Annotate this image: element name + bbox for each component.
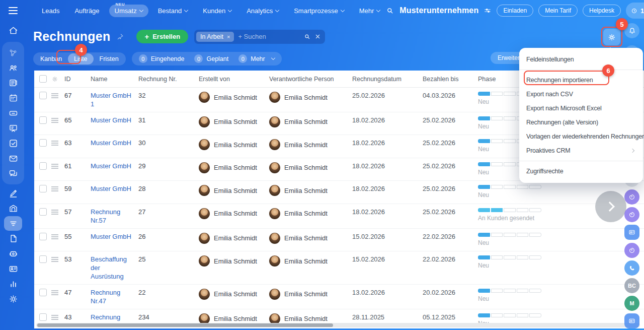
automation-robot-icon[interactable] <box>4 246 22 261</box>
company-switch-icon[interactable] <box>484 7 492 15</box>
row-checkbox[interactable] <box>39 185 47 192</box>
invoice-link[interactable]: Rechnung Nr.57 <box>91 208 132 225</box>
row-menu-icon[interactable] <box>51 257 58 258</box>
counter-eingehende[interactable]: 0Eingehende <box>135 53 189 64</box>
mail-icon[interactable] <box>4 151 22 166</box>
tab-fristen[interactable]: Fristen <box>94 53 125 64</box>
column-header[interactable]: Verantwortliche Person <box>269 76 352 83</box>
m-badge[interactable]: M <box>624 296 639 311</box>
invoice-link[interactable]: Rechnung Nr.47 <box>91 289 132 306</box>
topnav-item-umsatz[interactable]: NEUUmsatz <box>109 5 148 17</box>
company-name[interactable]: Musterunternehmen <box>399 6 478 15</box>
row-checkbox[interactable] <box>39 255 47 263</box>
invoice-link[interactable]: Muster GmbH <box>91 233 131 241</box>
column-header[interactable]: Bezahlen bis <box>423 76 478 83</box>
copilot-assistant-icon[interactable] <box>624 207 639 222</box>
my-plan-button[interactable]: Mein Tarif <box>538 5 578 17</box>
list-settings-gear-button[interactable] <box>603 29 620 45</box>
topnav-item-aufträge[interactable]: Aufträge <box>69 5 105 17</box>
settings-gear-icon[interactable] <box>4 292 22 306</box>
row-menu-icon[interactable] <box>51 234 58 235</box>
menu-item[interactable]: Export nach Microsoft Excel <box>519 101 643 115</box>
menu-item[interactable]: Rechnungen (alte Version) <box>519 115 643 129</box>
column-header[interactable]: Name <box>91 76 138 83</box>
invoice-link[interactable]: Beschaffung der Ausrüstung <box>91 255 132 281</box>
row-menu-icon[interactable] <box>51 164 58 165</box>
contact-card-icon[interactable] <box>4 261 22 276</box>
row-menu-icon[interactable] <box>51 290 58 291</box>
storage-icon[interactable] <box>4 201 22 216</box>
search-icon[interactable] <box>385 6 394 15</box>
worktime-widget[interactable]: 15:16 <box>626 3 644 19</box>
row-checkbox[interactable] <box>39 162 47 170</box>
row-menu-icon[interactable] <box>51 118 58 119</box>
table-row[interactable]: 59Muster GmbH28Emilia SchmidtEmilia Schm… <box>34 181 644 204</box>
filter-search-icon[interactable] <box>303 33 311 40</box>
create-button[interactable]: + Erstellen <box>136 30 188 43</box>
row-checkbox[interactable] <box>39 139 47 147</box>
row-menu-icon[interactable] <box>51 93 58 94</box>
topnav-item-leads[interactable]: Leads <box>36 5 65 17</box>
row-checkbox[interactable] <box>39 208 47 216</box>
filter-clear-icon[interactable] <box>314 33 321 40</box>
drive-icon[interactable] <box>4 106 22 120</box>
calendar-icon[interactable] <box>4 91 22 105</box>
topnav-item-kunden[interactable]: Kunden <box>197 5 237 17</box>
menu-item[interactable]: Zugriffsrechte <box>519 164 643 178</box>
newsfeed-icon[interactable] <box>4 76 22 90</box>
crm-funnel-icon[interactable] <box>4 216 22 231</box>
topnav-item-bestand[interactable]: Bestand <box>152 5 194 17</box>
row-menu-icon[interactable] <box>51 210 58 211</box>
home-icon[interactable] <box>4 23 22 38</box>
scrollbar-thumb[interactable] <box>37 323 333 327</box>
row-checkbox[interactable] <box>39 313 47 321</box>
table-settings-gear-icon[interactable] <box>51 76 64 83</box>
copilot-tools-icon[interactable] <box>624 243 639 258</box>
sign-pen-icon[interactable] <box>4 186 22 201</box>
menu-item[interactable]: Vorlagen der wiederkehrenden Rechnungen <box>519 129 643 144</box>
invoice-link[interactable]: Muster GmbH <box>91 116 131 125</box>
menu-item[interactable]: Proaktives CRM <box>519 144 643 158</box>
video-card-icon[interactable] <box>624 225 639 240</box>
table-row[interactable]: 57Rechnung Nr.5727Emilia SchmidtEmilia S… <box>34 204 644 229</box>
column-header[interactable]: Rechnungsdatum <box>352 76 423 83</box>
documents-icon[interactable] <box>4 231 22 246</box>
whiteboard-icon[interactable] <box>4 121 22 136</box>
bc-badge[interactable]: BC <box>624 278 639 293</box>
pin-title-icon[interactable] <box>116 33 124 41</box>
row-checkbox[interactable] <box>39 92 47 99</box>
topnav-item-analytics[interactable]: Analytics <box>241 5 284 17</box>
tasks-icon[interactable] <box>4 136 22 151</box>
notifications-bell-icon[interactable] <box>624 23 639 38</box>
contact-rail-icon[interactable] <box>624 313 639 328</box>
table-row[interactable]: 55Muster GmbH26Emilia SchmidtEmilia Schm… <box>34 229 644 252</box>
tab-liste[interactable]: Liste <box>68 53 93 64</box>
column-header[interactable]: ID <box>64 76 91 83</box>
horizontal-scrollbar[interactable] <box>36 323 640 327</box>
invite-button[interactable]: Einladen <box>497 5 533 17</box>
invoice-link[interactable]: Muster GmbH 1 <box>91 92 132 109</box>
filter-search-bar[interactable]: In Arbeit × + Suchen <box>194 30 325 44</box>
chat-icon[interactable] <box>4 166 22 181</box>
column-header[interactable]: Rechnung Nr. <box>138 76 199 83</box>
expand-panel-button[interactable] <box>595 191 626 222</box>
menu-item[interactable]: Rechnungen importieren <box>519 73 643 87</box>
telephony-icon[interactable] <box>624 260 639 276</box>
filter-chip-close-icon[interactable]: × <box>227 34 230 40</box>
counter-geplant[interactable]: 0Geplant <box>190 53 232 64</box>
people-icon[interactable] <box>4 60 22 75</box>
menu-item[interactable]: Feldeinstellungen <box>519 52 643 67</box>
tab-kanban[interactable]: Kanban <box>34 53 68 64</box>
table-row[interactable]: 47Rechnung Nr.4722Emilia SchmidtEmilia S… <box>34 285 644 309</box>
invoice-link[interactable]: Muster GmbH <box>91 185 131 193</box>
row-checkbox[interactable] <box>39 289 47 296</box>
menu-item[interactable]: Export nach CSV <box>519 87 643 101</box>
filter-chip[interactable]: In Arbeit × <box>196 32 234 42</box>
row-menu-icon[interactable] <box>51 141 58 142</box>
sidebar-hamburger-icon[interactable] <box>9 7 18 14</box>
select-all-checkbox[interactable] <box>39 75 47 83</box>
invoice-link[interactable]: Muster GmbH <box>91 139 131 148</box>
topnav-item-mehr[interactable]: Mehr <box>354 5 386 17</box>
row-menu-icon[interactable] <box>51 315 58 316</box>
row-menu-icon[interactable] <box>51 186 58 187</box>
